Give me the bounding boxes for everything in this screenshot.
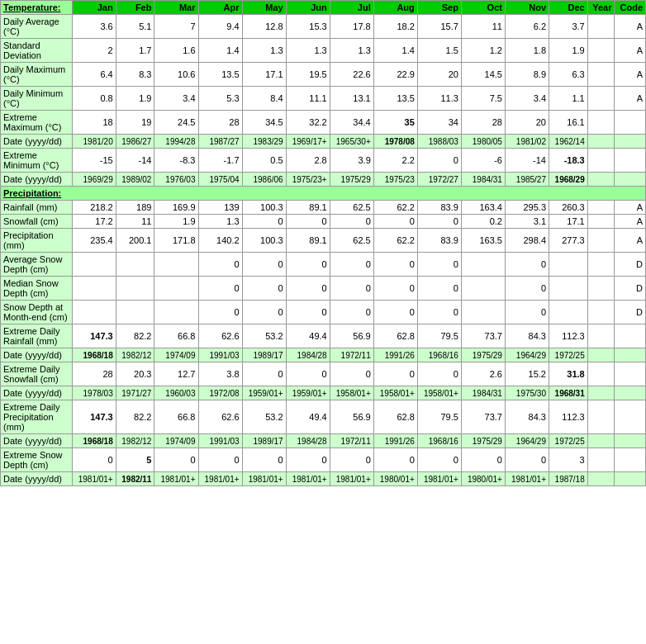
table-row: Extreme Maximum (°C)181924.52834.532.234… [1,111,646,135]
cell [461,301,505,324]
cell: -15 [72,149,116,173]
cell [587,111,615,135]
cell: 1989/17 [242,434,286,448]
cell: 1958/01+ [330,386,373,400]
cell [587,434,615,448]
cell: 1981/20 [72,135,116,149]
cell [587,149,615,173]
cell: 79.5 [417,324,461,348]
cell: 0 [242,301,286,324]
row-label: Daily Maximum (°C) [1,63,73,87]
cell: 89.1 [286,201,330,215]
cell: 1969/29 [72,173,116,187]
cell [587,201,615,215]
cell: 79.5 [417,400,461,434]
row-label: Average Snow Depth (cm) [1,253,73,277]
table-row: Daily Average (°C)3.65.179.412.815.317.8… [1,15,646,39]
cell: 1964/29 [505,348,549,362]
cell: 1980/01+ [373,472,417,486]
cell: 6.4 [72,63,116,87]
cell: 53.2 [242,400,286,434]
cell: 1.5 [417,39,461,63]
cell: 0 [373,301,417,324]
cell: 1981/01+ [198,472,242,486]
row-label: Daily Average (°C) [1,15,73,39]
cell: 22.6 [330,63,373,87]
cell: 1982/12 [116,348,154,362]
cell: 1985/27 [505,173,549,187]
cell: 1.4 [373,39,417,63]
cell: 1975/29 [461,348,505,362]
cell: 140.2 [198,229,242,253]
cell: 1972/11 [330,348,373,362]
cell: A [615,215,646,229]
cell: 66.8 [154,400,198,434]
cell: 163.4 [461,201,505,215]
cell: 0 [242,448,286,472]
cell [615,434,646,448]
header-mar: Mar [154,1,198,15]
cell: 11.3 [417,87,461,111]
cell: 1991/26 [373,348,417,362]
cell: 0 [242,215,286,229]
header-sep: Sep [417,1,461,15]
cell: 1974/09 [154,434,198,448]
row-label: Standard Deviation [1,39,73,63]
cell [615,386,646,400]
cell: 18.2 [373,15,417,39]
cell [615,348,646,362]
cell: 171.8 [154,229,198,253]
cell: 1972/11 [330,434,373,448]
cell: 189 [116,201,154,215]
cell [154,301,198,324]
cell: 28 [461,111,505,135]
cell: 1984/31 [461,386,505,400]
cell: 1972/08 [198,386,242,400]
cell [587,39,615,63]
cell: 1964/29 [505,434,549,448]
header-jul: Jul [330,1,373,15]
cell: 66.8 [154,324,198,348]
cell: A [615,201,646,215]
cell: 0.5 [242,149,286,173]
cell: 3.8 [198,362,242,386]
cell [587,400,615,434]
cell: 0 [417,149,461,173]
row-label: Extreme Maximum (°C) [1,111,73,135]
cell [587,277,615,301]
cell: 82.2 [116,324,154,348]
cell: A [615,63,646,87]
cell: 0 [417,362,461,386]
cell: 1968/29 [549,173,588,187]
cell: 1.3 [330,39,373,63]
table-row: Extreme Daily Snowfall (cm)2820.312.73.8… [1,362,646,386]
header-jan: Jan [72,1,116,15]
cell: 147.3 [72,400,116,434]
row-label: Rainfall (mm) [1,201,73,215]
cell: 35 [373,111,417,135]
row-label: Extreme Daily Rainfall (mm) [1,324,73,348]
cell: 0 [373,277,417,301]
cell [587,135,615,149]
cell: 0 [242,277,286,301]
cell: 0 [505,277,549,301]
cell: -1.7 [198,149,242,173]
cell [72,253,116,277]
cell [615,173,646,187]
cell: 1968/18 [72,348,116,362]
cell: 1.3 [286,39,330,63]
cell: 1968/18 [72,434,116,448]
cell: 0 [286,277,330,301]
cell [587,215,615,229]
cell: 1981/01+ [154,472,198,486]
cell: 0 [417,448,461,472]
row-label: Snowfall (cm) [1,215,73,229]
cell: 24.5 [154,111,198,135]
cell: 0 [330,362,373,386]
cell [587,253,615,277]
cell: D [615,253,646,277]
header-nov: Nov [505,1,549,15]
cell: 62.8 [373,324,417,348]
cell: 3 [549,448,588,472]
cell: 0 [198,301,242,324]
